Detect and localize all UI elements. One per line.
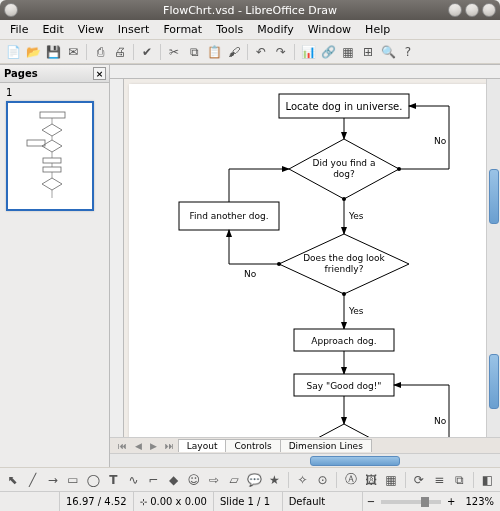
select-tool-icon[interactable]: ⬉	[4, 471, 21, 489]
menu-window[interactable]: Window	[302, 21, 357, 38]
svg-rect-5	[43, 167, 61, 172]
vertical-scrollbar[interactable]	[486, 79, 500, 437]
menu-help[interactable]: Help	[359, 21, 396, 38]
svg-text:Find another dog.: Find another dog.	[189, 211, 268, 221]
svg-text:Locate dog in universe.: Locate dog in universe.	[286, 101, 403, 112]
format-paintbrush-icon[interactable]: 🖌	[225, 43, 243, 61]
svg-text:Yes: Yes	[348, 306, 364, 316]
svg-text:No: No	[434, 416, 447, 426]
menu-modify[interactable]: Modify	[251, 21, 299, 38]
text-tool-icon[interactable]: T	[105, 471, 122, 489]
navigator-icon[interactable]: ⊞	[359, 43, 377, 61]
save-icon[interactable]: 💾	[44, 43, 62, 61]
pages-panel: Pages × 1	[0, 65, 110, 467]
export-pdf-icon[interactable]: ⎙	[91, 43, 109, 61]
connector-tool-icon[interactable]: ⌐	[145, 471, 162, 489]
pages-panel-close-icon[interactable]: ×	[93, 67, 106, 80]
svg-point-29	[277, 262, 281, 266]
curve-tool-icon[interactable]: ∿	[125, 471, 142, 489]
window-menu-button[interactable]	[4, 3, 18, 17]
vertical-ruler[interactable]	[110, 79, 124, 437]
svg-text:Does the dog look: Does the dog look	[303, 253, 385, 263]
tab-dimension-lines[interactable]: Dimension Lines	[280, 439, 372, 452]
open-icon[interactable]: 📂	[24, 43, 42, 61]
cut-icon[interactable]: ✂	[165, 43, 183, 61]
status-size: ⊹ 0.00 x 0.00	[134, 492, 214, 511]
horizontal-ruler[interactable]	[110, 65, 500, 79]
gallery-icon[interactable]: ▦	[382, 471, 399, 489]
maximize-button[interactable]	[465, 3, 479, 17]
help-icon[interactable]: ?	[399, 43, 417, 61]
menu-file[interactable]: File	[4, 21, 34, 38]
divider	[133, 44, 134, 60]
spellcheck-icon[interactable]: ✔	[138, 43, 156, 61]
new-doc-icon[interactable]: 📄	[4, 43, 22, 61]
menu-view[interactable]: View	[72, 21, 110, 38]
stars-icon[interactable]: ★	[266, 471, 283, 489]
status-style[interactable]: Default	[283, 492, 363, 511]
drawing-page[interactable]: Locate dog in universe. Did you find a d…	[129, 84, 486, 437]
tab-nav-prev-icon[interactable]: ◀	[131, 441, 146, 451]
hyperlink-icon[interactable]: 🔗	[319, 43, 337, 61]
tab-controls[interactable]: Controls	[225, 439, 280, 452]
table-icon[interactable]: ▦	[339, 43, 357, 61]
drawing-canvas[interactable]: Locate dog in universe. Did you find a d…	[124, 79, 486, 437]
vertical-scroll-thumb-2[interactable]	[489, 354, 499, 409]
zoom-in-icon[interactable]: +	[447, 496, 455, 507]
minimize-button[interactable]	[448, 3, 462, 17]
print-icon[interactable]: 🖨	[111, 43, 129, 61]
zoom-out-icon[interactable]: −	[367, 496, 375, 507]
line-tool-icon[interactable]: ╱	[24, 471, 41, 489]
menu-tools[interactable]: Tools	[210, 21, 249, 38]
svg-text:Did you find a: Did you find a	[313, 158, 376, 168]
callouts-icon[interactable]: 💬	[246, 471, 263, 489]
tab-layout[interactable]: Layout	[178, 439, 227, 452]
zoom-slider-knob[interactable]	[421, 497, 429, 507]
horizontal-scrollbar[interactable]	[110, 453, 500, 467]
points-tool-icon[interactable]: ✧	[294, 471, 311, 489]
page-thumbnail-1[interactable]	[6, 101, 94, 211]
block-arrows-icon[interactable]: ⇨	[205, 471, 222, 489]
arrow-tool-icon[interactable]: →	[44, 471, 61, 489]
flowchart-shapes-icon[interactable]: ▱	[226, 471, 243, 489]
zoom-icon[interactable]: 🔍	[379, 43, 397, 61]
vertical-scroll-thumb[interactable]	[489, 169, 499, 224]
alignment-icon[interactable]: ≡	[431, 471, 448, 489]
close-button[interactable]	[482, 3, 496, 17]
symbol-shapes-icon[interactable]: ☺	[185, 471, 202, 489]
svg-text:Say "Good dog!": Say "Good dog!"	[307, 381, 382, 391]
svg-rect-0	[40, 112, 65, 118]
undo-icon[interactable]: ↶	[252, 43, 270, 61]
rectangle-tool-icon[interactable]: ▭	[64, 471, 81, 489]
fontwork-icon[interactable]: Ⓐ	[342, 471, 359, 489]
horizontal-scroll-thumb[interactable]	[310, 456, 400, 466]
divider	[405, 472, 406, 488]
zoom-slider[interactable]	[381, 500, 441, 504]
paste-icon[interactable]: 📋	[205, 43, 223, 61]
menu-insert[interactable]: Insert	[112, 21, 156, 38]
arrange-icon[interactable]: ⧉	[451, 471, 468, 489]
chart-icon[interactable]: 📊	[299, 43, 317, 61]
from-file-icon[interactable]: 🖼	[362, 471, 379, 489]
tab-nav-first-icon[interactable]: ⏮	[114, 441, 131, 451]
zoom-percent[interactable]: 123%	[459, 492, 500, 511]
svg-rect-4	[43, 158, 61, 163]
extrusion-icon[interactable]: ◧	[479, 471, 496, 489]
tab-nav-next-icon[interactable]: ▶	[146, 441, 161, 451]
basic-shapes-icon[interactable]: ◆	[165, 471, 182, 489]
glue-points-icon[interactable]: ⊙	[314, 471, 331, 489]
window-titlebar: FlowChrt.vsd - LibreOffice Draw	[0, 0, 500, 20]
menu-edit[interactable]: Edit	[36, 21, 69, 38]
svg-marker-40	[284, 424, 404, 437]
rotate-icon[interactable]: ⟳	[411, 471, 428, 489]
copy-icon[interactable]: ⧉	[185, 43, 203, 61]
tab-nav-last-icon[interactable]: ⏭	[161, 441, 178, 451]
email-icon[interactable]: ✉	[64, 43, 82, 61]
menu-format[interactable]: Format	[157, 21, 208, 38]
svg-text:Approach dog.: Approach dog.	[311, 336, 376, 346]
svg-point-19	[397, 167, 401, 171]
svg-point-22	[342, 197, 346, 201]
svg-text:No: No	[434, 136, 447, 146]
redo-icon[interactable]: ↷	[272, 43, 290, 61]
ellipse-tool-icon[interactable]: ◯	[85, 471, 102, 489]
